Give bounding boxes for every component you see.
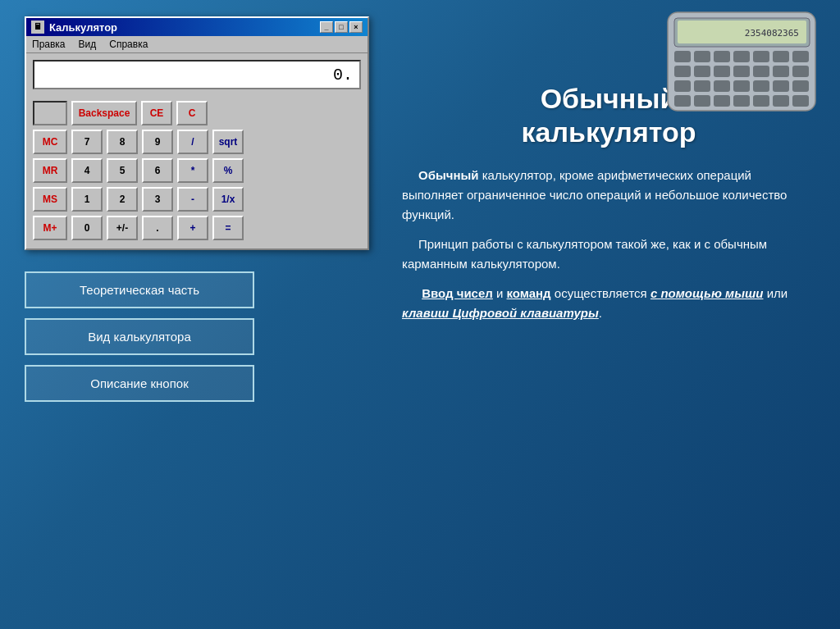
calc-buttons-area: Backspace CE C MC 7 8 9 / sqrt MR 4 5 6 … [26, 96, 368, 248]
btn-div[interactable]: / [177, 130, 208, 154]
calculator-display: 0. [33, 60, 361, 89]
button-row-5: M+ 0 +/- . + = [33, 216, 361, 240]
btn-eq[interactable]: = [212, 216, 244, 240]
svg-rect-25 [674, 95, 691, 107]
svg-text:2354082365: 2354082365 [745, 28, 799, 39]
para1-bold: Обычный [418, 168, 479, 182]
btn-6[interactable]: 6 [142, 158, 173, 183]
svg-rect-11 [674, 66, 691, 77]
btn-4[interactable]: 4 [71, 158, 103, 183]
title-line1: Обычный [541, 83, 678, 114]
button-row-3: MR 4 5 6 * % [33, 158, 361, 183]
para3-link3[interactable]: с помощью мыши [651, 286, 764, 300]
btn-3[interactable]: 3 [142, 187, 173, 212]
titlebar: 🖩 Калькулятор _ □ × [26, 18, 368, 36]
calculator-image: 2354082365 [660, 8, 824, 115]
empty-box [33, 101, 67, 125]
svg-rect-29 [753, 95, 769, 107]
para2-text: Принцип работы с калькулятором такой же,… [402, 237, 767, 271]
para3-link4[interactable]: клавиш Цифровой клавиатуры [402, 306, 599, 320]
svg-rect-7 [733, 51, 750, 62]
btn-pm[interactable]: +/- [107, 216, 138, 240]
right-panel: 2354082365 [394, 0, 840, 629]
mplus-button[interactable]: M+ [33, 216, 67, 240]
svg-rect-20 [714, 80, 730, 92]
button-row-4: MS 1 2 3 - 1/x [33, 187, 361, 212]
titlebar-left: 🖩 Калькулятор [31, 21, 117, 34]
window-icon: 🖩 [31, 21, 44, 34]
nav-button-desc[interactable]: Описание кнопок [25, 365, 254, 402]
nav-calc-view[interactable]: Вид калькулятора [25, 318, 254, 355]
titlebar-buttons: _ □ × [320, 21, 363, 33]
para3: Ввод чисел и команд осуществляется с пом… [402, 284, 815, 323]
para3-mid3: или [763, 286, 788, 300]
para1: Обычный калькулятор, кроме арифметически… [402, 166, 815, 225]
svg-rect-4 [674, 51, 691, 62]
menu-pravka[interactable]: Правка [30, 38, 68, 51]
svg-rect-6 [714, 51, 730, 62]
svg-rect-26 [694, 95, 710, 107]
btn-9[interactable]: 9 [142, 130, 173, 154]
button-row-1: Backspace CE C [33, 101, 361, 125]
btn-5[interactable]: 5 [107, 158, 138, 183]
minimize-button[interactable]: _ [320, 21, 333, 33]
para3-link2[interactable]: команд [507, 286, 551, 300]
calculator-window: 🖩 Калькулятор _ □ × Правка Вид Справка 0… [25, 16, 369, 250]
ms-button[interactable]: MS [33, 187, 67, 212]
para2: Принцип работы с калькулятором такой же,… [402, 235, 815, 274]
svg-rect-15 [753, 66, 769, 77]
menu-bar: Правка Вид Справка [26, 36, 368, 53]
button-row-2: MC 7 8 9 / sqrt [33, 130, 361, 154]
btn-inv[interactable]: 1/x [212, 187, 244, 212]
mc-button[interactable]: MC [33, 130, 67, 154]
svg-rect-12 [694, 66, 710, 77]
menu-spravka[interactable]: Справка [107, 38, 150, 51]
svg-rect-27 [714, 95, 730, 107]
svg-rect-30 [773, 95, 789, 107]
svg-rect-5 [694, 51, 710, 62]
btn-7[interactable]: 7 [71, 130, 103, 154]
btn-sub[interactable]: - [177, 187, 208, 212]
svg-rect-13 [714, 66, 730, 77]
para3-link1[interactable]: Ввод чисел [422, 286, 493, 300]
svg-rect-22 [753, 80, 769, 92]
para3-end: . [599, 306, 602, 320]
svg-rect-19 [694, 80, 710, 92]
btn-1[interactable]: 1 [71, 187, 103, 212]
svg-rect-31 [792, 95, 809, 107]
mr-button[interactable]: MR [33, 158, 67, 183]
btn-2[interactable]: 2 [107, 187, 138, 212]
backspace-button[interactable]: Backspace [71, 101, 137, 125]
svg-rect-21 [733, 80, 750, 92]
nav-theoretical-part[interactable]: Теоретическая часть [25, 271, 254, 308]
title-line2: калькулятор [521, 116, 696, 148]
btn-dot[interactable]: . [142, 216, 173, 240]
svg-rect-16 [773, 66, 789, 77]
btn-mul[interactable]: * [177, 158, 208, 183]
navigation-buttons: Теоретическая часть Вид калькулятора Опи… [25, 271, 377, 402]
svg-rect-23 [773, 80, 789, 92]
physical-calculator-svg: 2354082365 [660, 8, 824, 115]
ce-button[interactable]: CE [141, 101, 172, 125]
btn-0[interactable]: 0 [71, 216, 103, 240]
svg-rect-9 [773, 51, 789, 62]
btn-8[interactable]: 8 [107, 130, 138, 154]
para3-mid1: и [493, 286, 507, 300]
btn-pct[interactable]: % [212, 158, 244, 183]
left-panel: 🖩 Калькулятор _ □ × Правка Вид Справка 0… [0, 0, 394, 629]
menu-vid[interactable]: Вид [76, 38, 99, 51]
svg-rect-28 [733, 95, 750, 107]
c-button[interactable]: C [176, 101, 208, 125]
close-button[interactable]: × [349, 21, 363, 33]
svg-rect-24 [792, 80, 809, 92]
svg-rect-10 [792, 51, 809, 62]
maximize-button[interactable]: □ [335, 21, 348, 33]
para3-mid2: осуществляется [551, 286, 651, 300]
window-title: Калькулятор [49, 21, 117, 34]
svg-rect-17 [792, 66, 809, 77]
btn-sqrt[interactable]: sqrt [212, 130, 244, 154]
svg-rect-14 [733, 66, 750, 77]
description-area: Обычный калькулятор, кроме арифметически… [402, 166, 815, 333]
svg-rect-8 [753, 51, 769, 62]
btn-add[interactable]: + [177, 216, 208, 240]
